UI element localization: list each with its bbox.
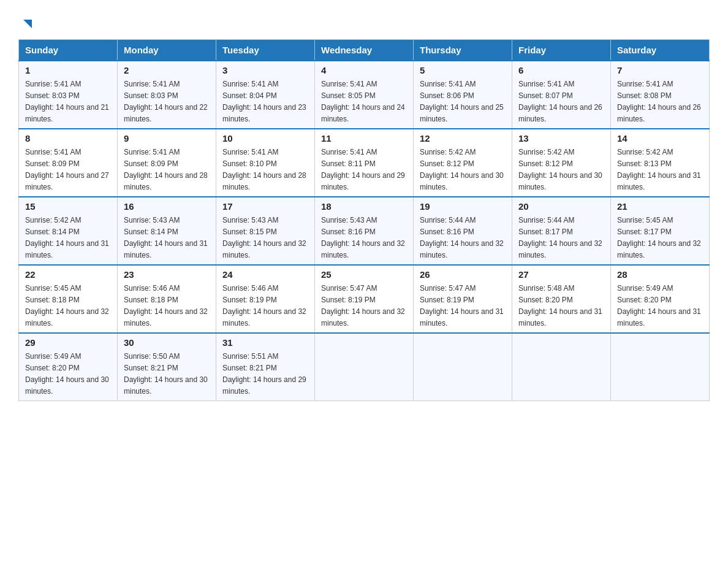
page-header <box>18 12 710 33</box>
calendar-week-row: 15 Sunrise: 5:42 AMSunset: 8:14 PMDaylig… <box>19 197 710 265</box>
day-number: 26 <box>420 269 506 280</box>
day-info: Sunrise: 5:41 AMSunset: 8:05 PMDaylight:… <box>321 80 405 123</box>
col-saturday: Saturday <box>611 40 710 61</box>
col-tuesday: Tuesday <box>216 40 315 61</box>
day-number: 12 <box>420 133 506 144</box>
col-monday: Monday <box>118 40 216 61</box>
calendar-day-cell: 3 Sunrise: 5:41 AMSunset: 8:04 PMDayligh… <box>216 61 315 129</box>
day-info: Sunrise: 5:43 AMSunset: 8:15 PMDaylight:… <box>222 216 306 259</box>
day-number: 11 <box>321 133 407 144</box>
day-info: Sunrise: 5:47 AMSunset: 8:19 PMDaylight:… <box>321 284 405 327</box>
calendar-day-cell: 29 Sunrise: 5:49 AMSunset: 8:20 PMDaylig… <box>19 333 118 401</box>
day-number: 23 <box>124 269 210 280</box>
day-info: Sunrise: 5:44 AMSunset: 8:16 PMDaylight:… <box>420 216 504 259</box>
calendar-day-cell: 2 Sunrise: 5:41 AMSunset: 8:03 PMDayligh… <box>118 61 216 129</box>
day-number: 10 <box>222 133 308 144</box>
calendar-day-cell: 23 Sunrise: 5:46 AMSunset: 8:18 PMDaylig… <box>118 265 216 333</box>
calendar-day-cell: 4 Sunrise: 5:41 AMSunset: 8:05 PMDayligh… <box>315 61 414 129</box>
day-number: 27 <box>518 269 604 280</box>
calendar-day-cell: 25 Sunrise: 5:47 AMSunset: 8:19 PMDaylig… <box>315 265 414 333</box>
calendar-week-row: 29 Sunrise: 5:49 AMSunset: 8:20 PMDaylig… <box>19 333 710 401</box>
calendar-day-cell: 30 Sunrise: 5:50 AMSunset: 8:21 PMDaylig… <box>118 333 216 401</box>
day-info: Sunrise: 5:41 AMSunset: 8:10 PMDaylight:… <box>222 148 306 191</box>
day-number: 1 <box>25 65 111 75</box>
calendar-day-cell <box>512 333 611 401</box>
day-number: 17 <box>222 201 308 212</box>
day-info: Sunrise: 5:41 AMSunset: 8:11 PMDaylight:… <box>321 148 405 191</box>
day-info: Sunrise: 5:42 AMSunset: 8:13 PMDaylight:… <box>617 148 701 191</box>
calendar-header-row: Sunday Monday Tuesday Wednesday Thursday… <box>19 40 710 61</box>
calendar-day-cell: 13 Sunrise: 5:42 AMSunset: 8:12 PMDaylig… <box>512 129 611 197</box>
day-number: 21 <box>617 201 703 212</box>
calendar-day-cell: 7 Sunrise: 5:41 AMSunset: 8:08 PMDayligh… <box>611 61 710 129</box>
day-info: Sunrise: 5:41 AMSunset: 8:03 PMDaylight:… <box>124 80 208 123</box>
day-info: Sunrise: 5:46 AMSunset: 8:18 PMDaylight:… <box>124 284 208 327</box>
day-info: Sunrise: 5:41 AMSunset: 8:06 PMDaylight:… <box>420 80 504 123</box>
day-info: Sunrise: 5:42 AMSunset: 8:14 PMDaylight:… <box>25 216 109 259</box>
calendar-day-cell: 26 Sunrise: 5:47 AMSunset: 8:19 PMDaylig… <box>414 265 512 333</box>
calendar-day-cell <box>414 333 512 401</box>
calendar-day-cell <box>611 333 710 401</box>
calendar-day-cell: 20 Sunrise: 5:44 AMSunset: 8:17 PMDaylig… <box>512 197 611 265</box>
calendar-day-cell: 17 Sunrise: 5:43 AMSunset: 8:15 PMDaylig… <box>216 197 315 265</box>
col-thursday: Thursday <box>414 40 512 61</box>
day-info: Sunrise: 5:43 AMSunset: 8:14 PMDaylight:… <box>124 216 208 259</box>
day-number: 15 <box>25 201 111 212</box>
day-number: 30 <box>124 337 210 348</box>
calendar-week-row: 1 Sunrise: 5:41 AMSunset: 8:03 PMDayligh… <box>19 61 710 129</box>
calendar-day-cell: 12 Sunrise: 5:42 AMSunset: 8:12 PMDaylig… <box>414 129 512 197</box>
calendar-day-cell: 5 Sunrise: 5:41 AMSunset: 8:06 PMDayligh… <box>414 61 512 129</box>
calendar-day-cell: 31 Sunrise: 5:51 AMSunset: 8:21 PMDaylig… <box>216 333 315 401</box>
day-info: Sunrise: 5:45 AMSunset: 8:18 PMDaylight:… <box>25 284 109 327</box>
day-number: 28 <box>617 269 703 280</box>
day-info: Sunrise: 5:47 AMSunset: 8:19 PMDaylight:… <box>420 284 504 327</box>
day-info: Sunrise: 5:45 AMSunset: 8:17 PMDaylight:… <box>617 216 701 259</box>
day-info: Sunrise: 5:49 AMSunset: 8:20 PMDaylight:… <box>25 352 109 396</box>
day-info: Sunrise: 5:50 AMSunset: 8:21 PMDaylight:… <box>124 352 208 396</box>
day-number: 8 <box>25 133 111 144</box>
calendar-day-cell <box>315 333 414 401</box>
col-friday: Friday <box>512 40 611 61</box>
day-number: 20 <box>518 201 604 212</box>
logo-triangle-icon <box>21 17 34 31</box>
day-number: 18 <box>321 201 407 212</box>
day-number: 16 <box>124 201 210 212</box>
day-info: Sunrise: 5:41 AMSunset: 8:07 PMDaylight:… <box>518 80 602 123</box>
calendar-day-cell: 16 Sunrise: 5:43 AMSunset: 8:14 PMDaylig… <box>118 197 216 265</box>
day-info: Sunrise: 5:46 AMSunset: 8:19 PMDaylight:… <box>222 284 306 327</box>
calendar-day-cell: 22 Sunrise: 5:45 AMSunset: 8:18 PMDaylig… <box>19 265 118 333</box>
calendar-day-cell: 1 Sunrise: 5:41 AMSunset: 8:03 PMDayligh… <box>19 61 118 129</box>
day-number: 24 <box>222 269 308 280</box>
calendar-week-row: 22 Sunrise: 5:45 AMSunset: 8:18 PMDaylig… <box>19 265 710 333</box>
day-info: Sunrise: 5:43 AMSunset: 8:16 PMDaylight:… <box>321 216 405 259</box>
col-wednesday: Wednesday <box>315 40 414 61</box>
day-number: 19 <box>420 201 506 212</box>
calendar-day-cell: 19 Sunrise: 5:44 AMSunset: 8:16 PMDaylig… <box>414 197 512 265</box>
calendar-day-cell: 28 Sunrise: 5:49 AMSunset: 8:20 PMDaylig… <box>611 265 710 333</box>
calendar-day-cell: 18 Sunrise: 5:43 AMSunset: 8:16 PMDaylig… <box>315 197 414 265</box>
calendar-day-cell: 8 Sunrise: 5:41 AMSunset: 8:09 PMDayligh… <box>19 129 118 197</box>
day-info: Sunrise: 5:42 AMSunset: 8:12 PMDaylight:… <box>518 148 602 191</box>
day-info: Sunrise: 5:41 AMSunset: 8:04 PMDaylight:… <box>222 80 306 123</box>
day-number: 4 <box>321 65 407 75</box>
calendar-day-cell: 14 Sunrise: 5:42 AMSunset: 8:13 PMDaylig… <box>611 129 710 197</box>
calendar-day-cell: 21 Sunrise: 5:45 AMSunset: 8:17 PMDaylig… <box>611 197 710 265</box>
day-info: Sunrise: 5:49 AMSunset: 8:20 PMDaylight:… <box>617 284 701 327</box>
calendar-week-row: 8 Sunrise: 5:41 AMSunset: 8:09 PMDayligh… <box>19 129 710 197</box>
calendar-day-cell: 6 Sunrise: 5:41 AMSunset: 8:07 PMDayligh… <box>512 61 611 129</box>
day-number: 25 <box>321 269 407 280</box>
day-number: 29 <box>25 337 111 348</box>
day-info: Sunrise: 5:41 AMSunset: 8:09 PMDaylight:… <box>25 148 109 191</box>
day-number: 9 <box>124 133 210 144</box>
day-info: Sunrise: 5:41 AMSunset: 8:03 PMDaylight:… <box>25 80 109 123</box>
day-info: Sunrise: 5:41 AMSunset: 8:08 PMDaylight:… <box>617 80 701 123</box>
day-number: 6 <box>518 65 604 75</box>
calendar-day-cell: 9 Sunrise: 5:41 AMSunset: 8:09 PMDayligh… <box>118 129 216 197</box>
day-number: 31 <box>222 337 308 348</box>
day-number: 22 <box>25 269 111 280</box>
day-number: 13 <box>518 133 604 144</box>
svg-marker-0 <box>23 20 32 28</box>
day-info: Sunrise: 5:44 AMSunset: 8:17 PMDaylight:… <box>518 216 602 259</box>
logo <box>18 12 34 33</box>
calendar-day-cell: 24 Sunrise: 5:46 AMSunset: 8:19 PMDaylig… <box>216 265 315 333</box>
